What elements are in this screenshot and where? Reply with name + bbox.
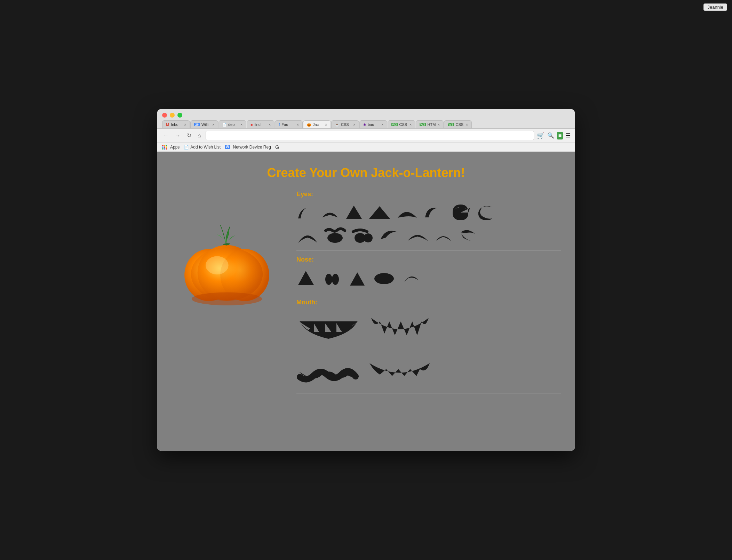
eye-option-13[interactable] bbox=[406, 225, 429, 245]
mouth-option-2[interactable] bbox=[368, 311, 432, 349]
back-button[interactable]: ← bbox=[161, 132, 170, 139]
pumpkin-svg bbox=[175, 211, 279, 316]
mouth-row1 bbox=[296, 311, 561, 349]
eyes-divider bbox=[296, 250, 561, 250]
eye-option-15[interactable] bbox=[458, 225, 477, 245]
tab-dep[interactable]: 📄 dep × bbox=[218, 120, 246, 128]
screenshare-icon[interactable]: ≡ bbox=[557, 132, 563, 139]
nose-option-1[interactable] bbox=[296, 268, 316, 287]
bookmarks-bar: Apps 📄 Add to Wish List W Network Device… bbox=[157, 143, 575, 152]
maximize-button[interactable] bbox=[177, 113, 182, 118]
eye-option-7[interactable] bbox=[451, 203, 470, 222]
network-label: Network Device Reg bbox=[233, 145, 271, 150]
nose-option-4[interactable] bbox=[373, 270, 396, 286]
tabs-bar: M Inbo × 26 Willi × 📄 dep × ■ find × f bbox=[162, 120, 570, 128]
amazon-icon[interactable]: 🛒 bbox=[537, 132, 544, 139]
svg-point-10 bbox=[364, 233, 373, 242]
eye-option-1[interactable] bbox=[296, 203, 316, 222]
svg-point-5 bbox=[192, 293, 262, 306]
search-icon[interactable]: 🔍 bbox=[547, 132, 554, 139]
mouth-label: Mouth: bbox=[296, 299, 561, 306]
tab-css2[interactable]: W3 CSS × bbox=[388, 120, 415, 128]
address-bar[interactable] bbox=[206, 131, 534, 140]
tab-html[interactable]: W3 HTM × bbox=[416, 120, 444, 128]
eyes-row1 bbox=[296, 203, 561, 222]
nav-bar: ← → ↻ ⌂ 🛒 🔍 ≡ ☰ bbox=[157, 129, 575, 143]
nose-label: Nose: bbox=[296, 256, 561, 263]
tab-jac[interactable]: 🎃 Jac × bbox=[303, 120, 331, 128]
bookmark-network[interactable]: W Network Device Reg bbox=[225, 145, 271, 150]
svg-marker-14 bbox=[350, 272, 365, 286]
mouth-option-1[interactable] bbox=[296, 311, 361, 349]
eye-option-4[interactable] bbox=[368, 203, 391, 222]
nose-option-2[interactable] bbox=[323, 268, 342, 287]
page-content: Create Your Own Jack-o-Lantern! bbox=[157, 152, 575, 451]
svg-marker-6 bbox=[346, 206, 362, 219]
browser-window: Jeannie M Inbo × 26 Willi × 📄 dep × ■ f bbox=[157, 109, 575, 451]
svg-point-13 bbox=[332, 274, 339, 285]
eye-option-2[interactable] bbox=[320, 203, 340, 222]
mouth-divider bbox=[296, 393, 561, 393]
eyes-row2 bbox=[296, 225, 561, 245]
apps-label: Apps bbox=[170, 145, 180, 150]
reload-button[interactable]: ↻ bbox=[185, 131, 193, 139]
tab-facebook[interactable]: f Fac × bbox=[275, 120, 303, 128]
nose-row bbox=[296, 268, 561, 287]
forward-button[interactable]: → bbox=[173, 132, 182, 139]
tab-css1[interactable]: ☕ CSS × bbox=[331, 120, 359, 128]
tab-gmail[interactable]: M Inbo × bbox=[162, 120, 190, 128]
parts-panel: Eyes: bbox=[296, 191, 561, 399]
page-title: Create Your Own Jack-o-Lantern! bbox=[171, 166, 561, 180]
eye-option-12[interactable] bbox=[379, 225, 401, 245]
nose-option-3[interactable] bbox=[349, 268, 366, 287]
svg-point-15 bbox=[374, 273, 394, 284]
mouth-option-4[interactable] bbox=[368, 354, 432, 386]
eye-option-5[interactable] bbox=[396, 205, 419, 220]
svg-point-8 bbox=[327, 233, 343, 243]
tab-find[interactable]: ■ find × bbox=[247, 120, 274, 128]
nose-option-5[interactable] bbox=[403, 270, 420, 286]
eyes-label: Eyes: bbox=[296, 191, 561, 198]
nav-icons: 🛒 🔍 ≡ ☰ bbox=[537, 132, 571, 139]
svg-marker-7 bbox=[369, 206, 390, 219]
eye-option-8[interactable] bbox=[475, 203, 494, 222]
minimize-button[interactable] bbox=[170, 113, 175, 118]
eye-option-6[interactable] bbox=[423, 203, 446, 222]
menu-icon[interactable]: ☰ bbox=[566, 132, 571, 139]
tab-css3[interactable]: W3 CSS × bbox=[444, 120, 472, 128]
close-button[interactable] bbox=[162, 113, 167, 118]
eye-option-9[interactable] bbox=[296, 225, 319, 245]
mouth-option-3[interactable] bbox=[296, 353, 361, 387]
title-bar: Jeannie M Inbo × 26 Willi × 📄 dep × ■ f bbox=[157, 109, 575, 129]
svg-point-12 bbox=[325, 274, 332, 285]
eye-option-14[interactable] bbox=[434, 227, 453, 243]
nose-divider bbox=[296, 293, 561, 293]
pumpkin-container bbox=[171, 191, 283, 316]
bookmark-google[interactable]: G bbox=[275, 144, 279, 150]
tab-bac[interactable]: ✱ bac × bbox=[359, 120, 387, 128]
svg-marker-11 bbox=[298, 271, 314, 285]
svg-point-4 bbox=[206, 256, 229, 274]
tab-will[interactable]: 26 Willi × bbox=[190, 120, 218, 128]
eye-option-3[interactable] bbox=[344, 203, 364, 222]
main-layout: Eyes: bbox=[171, 191, 561, 399]
bookmark-wishlist[interactable]: 📄 Add to Wish List bbox=[184, 145, 221, 150]
mouth-row2 bbox=[296, 353, 561, 387]
bookmark-apps[interactable]: Apps bbox=[162, 145, 180, 150]
eye-option-11[interactable] bbox=[351, 225, 374, 245]
eye-option-10[interactable] bbox=[324, 225, 347, 245]
wishlist-label: Add to Wish List bbox=[190, 145, 221, 150]
window-controls: Jeannie bbox=[162, 113, 570, 118]
home-button[interactable]: ⌂ bbox=[196, 132, 203, 139]
